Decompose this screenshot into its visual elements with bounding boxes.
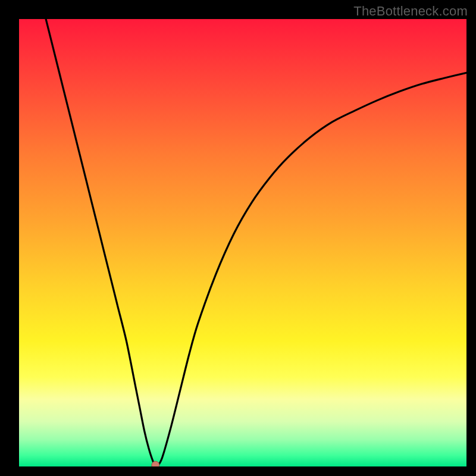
chart-frame: TheBottleneck.com <box>0 0 476 476</box>
curve-layer <box>19 19 466 466</box>
plot-area <box>19 19 466 466</box>
bottleneck-curve <box>46 19 466 466</box>
optimal-point-marker <box>152 461 159 466</box>
watermark-text: TheBottleneck.com <box>353 4 468 19</box>
